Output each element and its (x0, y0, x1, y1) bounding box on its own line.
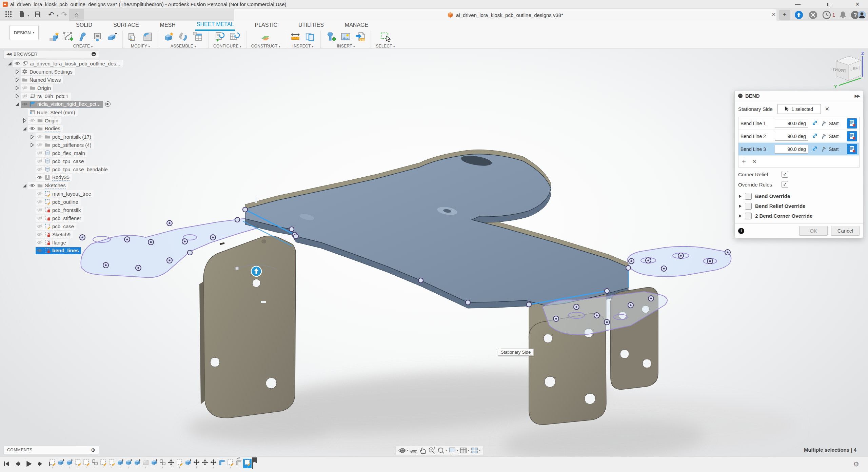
workspace-selector[interactable]: DESIGN▾ (9, 25, 39, 40)
override-section-bend-override[interactable]: Bend Override (738, 191, 860, 201)
activate-component-radio[interactable] (105, 101, 111, 107)
tree-item-named-views[interactable]: Named Views (3, 76, 105, 84)
visibility-eye-icon[interactable] (14, 60, 20, 66)
group-label-modify[interactable]: MODIFY ▾ (131, 44, 150, 48)
timeline-feature-extrude-13[interactable] (150, 459, 158, 468)
timeline-feature-extrude-10[interactable] (124, 459, 133, 468)
home-view-button[interactable]: ⌂ (69, 9, 84, 21)
add-comment-icon[interactable]: ⊕ (91, 447, 95, 453)
add-bend-icon[interactable]: + (742, 158, 746, 165)
display-settings-icon[interactable]: ▾ (448, 447, 458, 454)
group-label-construct[interactable]: CONSTRUCT ▾ (251, 44, 280, 48)
undo-icon[interactable]: ↶▾ (47, 11, 56, 19)
tree-expander-icon[interactable] (14, 69, 20, 75)
tree-item-origin[interactable]: Origin (3, 116, 105, 124)
close-button[interactable]: ✕ (850, 0, 865, 9)
pan-icon[interactable] (419, 447, 427, 454)
visibility-eye-icon[interactable] (29, 125, 35, 132)
override-section-2-bend-corner-override[interactable]: 2 Bend Corner Override (738, 211, 860, 221)
timeline-feature-move-19[interactable] (201, 459, 209, 468)
timeline-feature-sketch-22[interactable] (226, 459, 235, 468)
visibility-eye-icon[interactable] (37, 248, 43, 254)
timeline-feature-flange-21[interactable] (218, 459, 226, 468)
bend-line-row-2[interactable]: Bend Line 290.0 degStart (738, 130, 859, 143)
timeline-feature-bend-23[interactable]: ⁄⁄⁄ (235, 459, 243, 468)
document-tab[interactable]: ai_driven_lora_kiosk_pcb_outline_designs… (234, 9, 776, 21)
tree-item-sketch9[interactable]: Sketch9 (3, 230, 105, 238)
bend-rule-override-button[interactable] (847, 144, 857, 154)
tree-expander-icon[interactable] (29, 142, 35, 148)
view-cube[interactable]: FRONT LEFT Z Y (830, 51, 867, 92)
look-at-icon[interactable] (410, 447, 417, 454)
ribbon-tab-manage[interactable]: MANAGE (343, 21, 370, 30)
bend-angle-input[interactable]: 90.0 deg (775, 119, 808, 128)
tree-item-pcb-tpu-case-bendable[interactable]: pcb_tpu_case_bendable (3, 165, 105, 173)
timeline-feature-extrude-11[interactable] (133, 459, 141, 468)
thicken-icon[interactable] (106, 31, 118, 44)
expand-triangle-icon[interactable] (739, 195, 742, 198)
bend-dialog-header[interactable]: BEND ▶▶ (735, 91, 863, 101)
visibility-eye-off-icon[interactable] (37, 231, 43, 237)
viewports-icon[interactable]: ▾ (471, 447, 480, 454)
orbit-icon[interactable]: ▾ (398, 447, 408, 454)
minimize-button[interactable]: — (790, 0, 806, 9)
bend-line-row-1[interactable]: Bend Line 190.0 degStart (738, 117, 859, 130)
timeline-feature-sketch-7[interactable] (99, 459, 107, 468)
timeline-feature-move-20[interactable] (209, 459, 218, 468)
visibility-eye-icon[interactable] (29, 182, 35, 189)
timeline-feature-sketch-5[interactable] (82, 459, 91, 468)
dialog-collapse-icon[interactable] (738, 94, 743, 98)
section-icon[interactable] (304, 31, 316, 44)
visibility-eye-off-icon[interactable] (37, 166, 43, 172)
joint-icon[interactable] (178, 31, 189, 44)
extensions-icon[interactable] (808, 10, 818, 20)
tree-item-pcb-tpu-case[interactable]: pcb_tpu_case (3, 157, 105, 165)
ribbon-tab-utilities[interactable]: UTILITIES (297, 21, 325, 30)
flip-direction-icon[interactable] (808, 119, 821, 127)
browser-header[interactable]: ◀◀ BROWSER (3, 50, 99, 58)
group-label-create[interactable]: CREATE ▾ (73, 44, 93, 48)
visibility-eye-off-icon[interactable] (37, 239, 43, 245)
bend-angle-input[interactable]: 90.0 deg (775, 145, 808, 154)
app-grid-icon[interactable] (4, 11, 13, 19)
save-icon[interactable] (33, 11, 42, 19)
timeline-feature-sketch-8[interactable] (107, 459, 116, 468)
bend-position-selector[interactable]: Start (821, 133, 846, 139)
config-icon[interactable] (214, 31, 225, 44)
dialog-expand-icon[interactable]: ▶▶ (855, 94, 860, 98)
expand-triangle-icon[interactable] (739, 204, 742, 208)
tree-item-origin[interactable]: Origin (3, 84, 105, 92)
restore-button[interactable] (821, 0, 837, 9)
visibility-eye-icon[interactable] (22, 101, 28, 107)
cancel-button[interactable]: Cancel (831, 226, 860, 236)
tree-item-main-layout-tree[interactable]: main_layout_tree (3, 190, 105, 198)
timeline-feature-extrude-3[interactable] (65, 459, 74, 468)
tree-item-pcb-frontsilk[interactable]: pcb_frontsilk (3, 206, 105, 214)
tree-item-flange[interactable]: flange (3, 238, 105, 247)
step-forward-icon[interactable] (37, 461, 43, 467)
tree-item-ai-driven-lora-kiosk-pcb-outline-des[interactable]: ai_driven_lora_kiosk_pcb_outline_des... (3, 59, 105, 67)
flange-new-icon[interactable] (48, 31, 59, 44)
timeline-feature-sketch-16[interactable] (175, 459, 184, 468)
tree-expander-icon[interactable] (14, 77, 20, 83)
timeline-playhead[interactable] (252, 457, 257, 469)
timeline-settings-gear-icon[interactable]: ⚙ (853, 460, 859, 468)
timeline-feature-move-18[interactable] (192, 459, 201, 468)
grid-icon[interactable]: ▾ (459, 447, 469, 454)
tree-item-pcb-stiffener[interactable]: pcb_stiffener (3, 214, 105, 222)
tree-item-pcb-flex-main[interactable]: pcb_flex_main (3, 149, 105, 157)
group-label-configure[interactable]: CONFIGURE ▾ (213, 44, 241, 48)
sketch-flat-pattern-right[interactable] (627, 247, 731, 277)
bend-position-selector[interactable]: Start (821, 120, 846, 126)
play-icon[interactable] (25, 460, 33, 468)
tree-item-ra-08h-pcb-1[interactable]: ra_08h_pcb:1 (3, 92, 105, 100)
tree-expander-icon[interactable] (14, 101, 20, 107)
bend-line-row-3[interactable]: Bend Line 390.0 degStart (738, 143, 859, 156)
group-label-insert[interactable]: INSERT ▾ (337, 44, 355, 48)
redo-icon[interactable]: ↷▾ (60, 11, 68, 19)
override-checkbox[interactable] (745, 213, 752, 219)
go-to-start-icon[interactable] (3, 461, 9, 467)
visibility-eye-off-icon[interactable] (37, 223, 43, 229)
bom-icon[interactable] (192, 31, 203, 44)
timeline-feature-link-14[interactable] (158, 459, 167, 468)
